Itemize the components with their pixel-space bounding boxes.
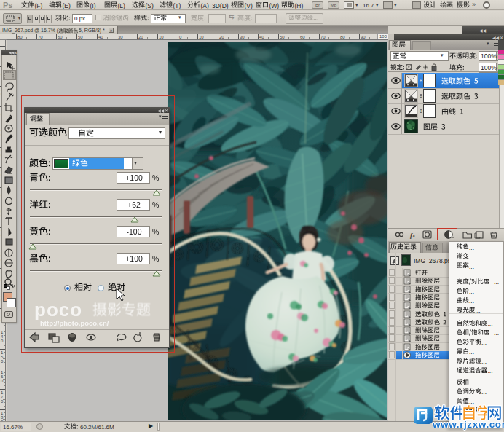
svg-text:fx: fx: [410, 232, 416, 239]
